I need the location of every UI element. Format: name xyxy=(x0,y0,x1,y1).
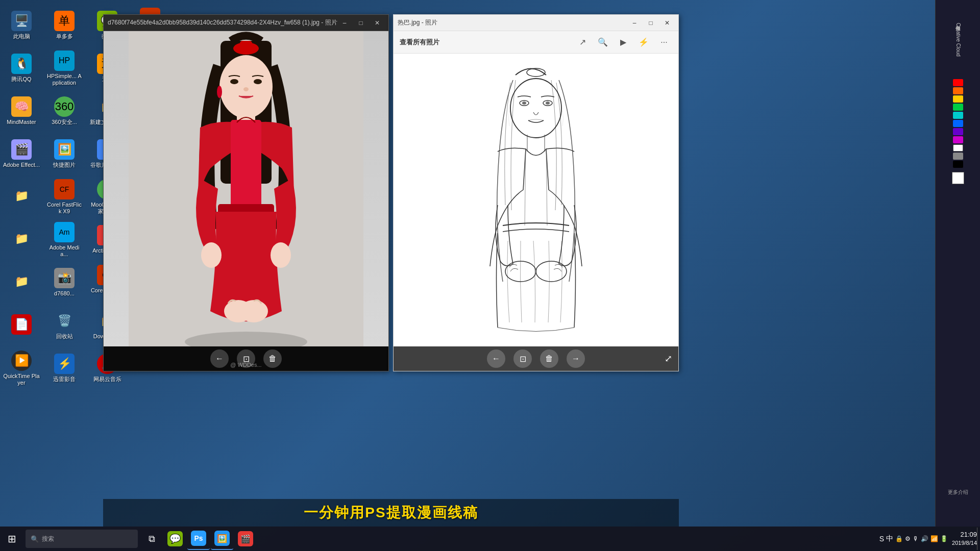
desktop: 🖥️ 此电脑 🐧 腾讯QQ 🧠 MindMaster 🎬 Adobe Effec… xyxy=(0,0,980,551)
tray-icon-2: 中 xyxy=(886,534,893,543)
icon-folder2[interactable]: 📁 xyxy=(1,219,42,260)
photo-window-2: 热巴.jpg - 照片 – □ ✕ 查看所有照片 ↗ 🔍 ▶ ⚡ ··· xyxy=(393,14,679,371)
task-view-button[interactable]: ⧉ xyxy=(140,528,163,550)
delete-button-1[interactable]: 🗑 xyxy=(263,349,282,368)
search-placeholder: 搜索 xyxy=(42,535,54,543)
color-white xyxy=(953,144,963,152)
icon-360[interactable]: 360 360安全... xyxy=(44,91,85,132)
subtitle-overlay: 一分钟用PS提取漫画线稿 xyxy=(103,499,679,527)
icon-folder3[interactable]: 📁 xyxy=(1,262,42,303)
icon-hpsimple[interactable]: HP HPSimple... Application xyxy=(44,48,85,89)
icon-pdf-app[interactable]: 📄 xyxy=(1,305,42,346)
prev-button-1[interactable]: ← xyxy=(210,349,229,368)
color-palette xyxy=(953,79,963,168)
icon-xunlei[interactable]: ⚡ 迅雷影音 xyxy=(44,348,85,389)
color-green xyxy=(953,104,963,111)
taskbar-photos[interactable]: 🖼️ xyxy=(211,528,233,550)
minimize-button-1[interactable]: – xyxy=(337,18,352,28)
desktop-icons: 🖥️ 此电脑 🐧 腾讯QQ 🧠 MindMaster 🎬 Adobe Effec… xyxy=(0,0,105,398)
icon-folder1[interactable]: 📁 xyxy=(1,177,42,217)
svg-point-23 xyxy=(546,102,550,105)
photo-content-2 xyxy=(394,54,678,346)
svg-point-16 xyxy=(239,300,268,322)
show-desktop[interactable] xyxy=(977,528,980,550)
start-button[interactable]: ⊞ xyxy=(1,528,23,550)
svg-point-5 xyxy=(219,55,273,118)
photo-nav-1: ← ⊡ 🗑 @ WDDes... xyxy=(104,346,388,371)
color-yellow xyxy=(953,95,963,103)
color-black xyxy=(953,161,963,168)
svg-rect-4 xyxy=(240,41,252,51)
delete-button-2[interactable]: 🗑 xyxy=(540,349,558,368)
next-button-2[interactable]: → xyxy=(567,349,585,368)
icon-corel-pdf[interactable]: CF Corel FastFlick X9 xyxy=(44,177,85,217)
taskbar-ps[interactable]: Ps xyxy=(187,528,210,550)
right-panel: 创换 Creative Cloud 更多介绍 xyxy=(935,0,980,527)
toolbar-title-2: 查看所有照片 xyxy=(400,38,570,47)
photo-image-2 xyxy=(394,54,678,346)
photo-nav-2: ← ⊡ 🗑 → ⤢ xyxy=(394,346,678,371)
window-2-controls: – □ ✕ xyxy=(627,18,674,28)
taskbar-other[interactable]: 🎬 xyxy=(234,528,257,550)
tray-icon-6: 🔊 xyxy=(921,535,928,542)
minimize-button-2[interactable]: – xyxy=(627,18,642,28)
taskbar-wechat[interactable]: 💬 xyxy=(164,528,186,550)
icon-qq[interactable]: 🐧 腾讯QQ xyxy=(1,48,42,89)
icon-computer[interactable]: 🖥️ 此电脑 xyxy=(1,5,42,46)
tray-icon-4: ⚙ xyxy=(905,535,911,542)
photo-window-1: d7680f74e55bfe4a2d0bb958d39d140c26dd5374… xyxy=(103,14,389,371)
icon-ae[interactable]: 🎬 Adobe Effect... xyxy=(1,134,42,174)
prev-button-2[interactable]: ← xyxy=(487,349,505,368)
svg-rect-17 xyxy=(419,54,653,346)
color-red xyxy=(953,79,963,86)
tray-icon-1: S xyxy=(879,535,884,543)
icon-d7680[interactable]: 📸 d7680... xyxy=(44,262,85,303)
tray-icon-3: 🔒 xyxy=(895,535,903,542)
close-button-2[interactable]: ✕ xyxy=(660,18,674,28)
close-button-1[interactable]: ✕ xyxy=(370,18,384,28)
color-purple xyxy=(953,128,963,135)
svg-point-6 xyxy=(230,79,238,84)
svg-point-14 xyxy=(271,242,291,268)
color-cyan xyxy=(953,112,963,119)
icon-jiantutu[interactable]: 🖼️ 快捷图片 xyxy=(44,134,85,174)
color-magenta xyxy=(953,136,963,143)
maximize-button-2[interactable]: □ xyxy=(644,18,658,28)
color-fg-bg xyxy=(952,172,964,184)
watermark-1: @ WDDes... xyxy=(230,362,261,368)
window-2-title: 热巴.jpg - 照片 xyxy=(398,18,627,27)
right-panel-title: 创换 Creative Cloud xyxy=(952,19,964,59)
titlebar-1: d7680f74e55bfe4a2d0bb958d39d140c26dd5374… xyxy=(104,15,388,31)
titlebar-2: 热巴.jpg - 照片 – □ ✕ xyxy=(394,15,678,31)
svg-point-7 xyxy=(254,79,262,84)
color-blue xyxy=(953,120,963,127)
icon-quicktime[interactable]: ▶️ QuickTime Player xyxy=(1,348,42,389)
svg-point-22 xyxy=(522,102,526,105)
icon-mindmaster[interactable]: 🧠 MindMaster xyxy=(1,91,42,132)
taskbar-clock[interactable]: 21:09 2019/8/14 xyxy=(952,530,977,547)
more-button[interactable]: ··· xyxy=(656,34,672,51)
svg-point-8 xyxy=(243,87,249,91)
share-button[interactable]: ↗ xyxy=(574,34,591,51)
zoom-button[interactable]: 🔍 xyxy=(595,34,611,51)
frame-button-2[interactable]: ⊡ xyxy=(513,349,532,368)
subtitle-text: 一分钟用PS提取漫画线稿 xyxy=(304,503,478,522)
window-1-title: d7680f74e55bfe4a2d0bb958d39d140c26dd5374… xyxy=(108,18,337,27)
date-display: 2019/8/14 xyxy=(952,539,977,547)
icon-adobe-media[interactable]: Am Adobe Media... xyxy=(44,219,85,260)
icon-recycle[interactable]: 🗑️ 回收站 xyxy=(44,305,85,346)
tray-icon-7: 📶 xyxy=(930,535,938,542)
svg-point-9 xyxy=(217,86,222,98)
maximize-button-1[interactable]: □ xyxy=(354,18,368,28)
photo-image-1 xyxy=(104,31,388,346)
color-orange xyxy=(953,87,963,94)
color-gray xyxy=(953,153,963,160)
enhance-button[interactable]: ⚡ xyxy=(635,34,652,51)
slideshow-button[interactable]: ▶ xyxy=(615,34,631,51)
more-info-link[interactable]: 更多介绍 xyxy=(948,489,968,496)
photo-content-1 xyxy=(104,31,388,346)
expand-button[interactable]: ⤢ xyxy=(665,353,672,364)
icon-duoduo[interactable]: 单 单多多 xyxy=(44,5,85,46)
system-tray: S 中 🔒 ⚙ 🎙 🔊 📶 🔋 xyxy=(875,534,952,543)
taskbar-search[interactable]: 🔍 搜索 xyxy=(26,530,138,548)
